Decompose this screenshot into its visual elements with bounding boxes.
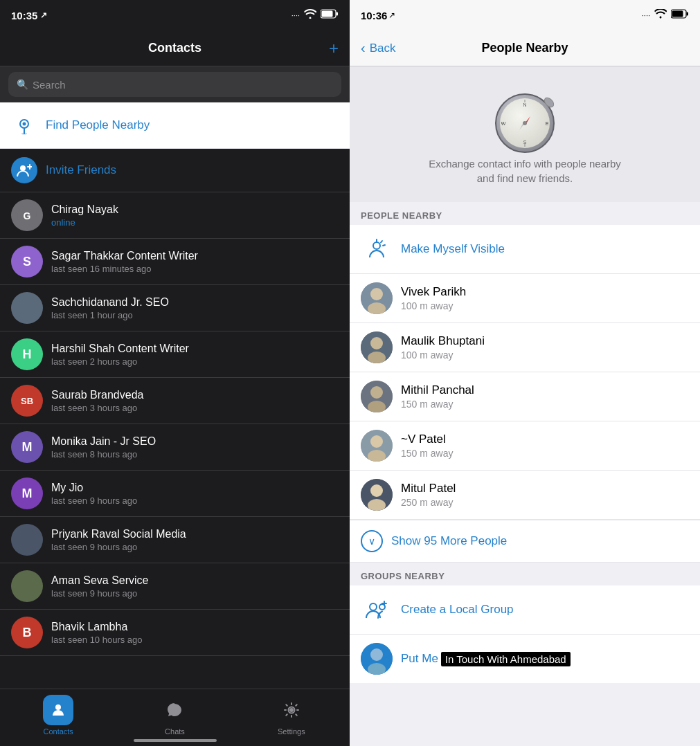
nearby-dist-vpatel: 150 m away bbox=[401, 448, 453, 459]
contact-row-monika[interactable]: M Monika Jain - Jr SEO last seen 8 hours… bbox=[0, 424, 350, 471]
contact-info-saurab: Saurab Brandveda last seen 3 hours ago bbox=[51, 389, 339, 413]
back-button[interactable]: ‹ Back bbox=[361, 40, 395, 56]
contact-row-bhavik[interactable]: B Bhavik Lambha last seen 10 hours ago bbox=[0, 610, 350, 656]
contact-status-chirag: online bbox=[51, 217, 339, 228]
right-wifi-icon bbox=[654, 9, 667, 21]
contact-name-saurab: Saurab Brandveda bbox=[51, 389, 339, 401]
contact-row-priyank[interactable]: Priyank Raval Social Media last seen 9 h… bbox=[0, 517, 350, 563]
make-visible-icon bbox=[361, 233, 393, 265]
create-group-icon bbox=[361, 594, 393, 626]
tab-contacts[interactable]: Contacts bbox=[0, 695, 116, 736]
avatar-aman bbox=[11, 570, 43, 602]
contact-status-monika: last seen 8 hours ago bbox=[51, 449, 339, 460]
left-nav-header: Contacts + bbox=[0, 30, 350, 66]
svg-rect-15 bbox=[687, 12, 689, 16]
nearby-row-maulik[interactable]: Maulik Bhuptani 100 m away bbox=[350, 323, 700, 372]
avatar-sachchidanand bbox=[11, 292, 43, 324]
make-visible-row[interactable]: Make Myself Visible bbox=[350, 225, 700, 274]
back-chevron-icon: ‹ bbox=[361, 40, 366, 56]
contact-row-saurab[interactable]: SB Saurab Brandveda last seen 3 hours ag… bbox=[0, 378, 350, 424]
avatar-priyank bbox=[11, 524, 43, 556]
avatar-saurab: SB bbox=[11, 385, 43, 417]
create-group-label: Create a Local Group bbox=[401, 603, 514, 617]
location-icon: ↗ bbox=[40, 10, 47, 20]
contact-name-bhavik: Bhavik Lambha bbox=[51, 621, 339, 633]
contact-row-aman[interactable]: Aman Seva Service last seen 9 hours ago bbox=[0, 563, 350, 610]
contact-name-chirag: Chirag Nayak bbox=[51, 203, 339, 216]
contact-row-sagar[interactable]: S Sagar Thakkar Content Writer last seen… bbox=[0, 239, 350, 285]
contact-status-sagar: last seen 16 minutes ago bbox=[51, 264, 339, 274]
svg-point-4 bbox=[23, 122, 26, 126]
avatar-vpatel bbox=[361, 430, 393, 462]
contact-info-monika: Monika Jain - Jr SEO last seen 8 hours a… bbox=[51, 435, 339, 460]
contact-info-aman: Aman Seva Service last seen 9 hours ago bbox=[51, 574, 339, 599]
tab-chats[interactable]: Chats bbox=[116, 695, 233, 736]
svg-text:G: G bbox=[24, 210, 31, 221]
contact-status-bhavik: last seen 10 hours ago bbox=[51, 635, 339, 645]
contact-info-sagar: Sagar Thakkar Content Writer last seen 1… bbox=[51, 250, 339, 274]
contact-info-priyank: Priyank Raval Social Media last seen 9 h… bbox=[51, 528, 339, 552]
avatar-sagar: S bbox=[11, 246, 43, 278]
invite-friends-row[interactable]: Invite Friends bbox=[0, 149, 350, 192]
nearby-row-mitul[interactable]: Mitul Patel 250 m away bbox=[350, 471, 700, 520]
nearby-row-vivek[interactable]: Vivek Parikh 100 m away bbox=[350, 274, 700, 323]
svg-point-48 bbox=[370, 484, 383, 497]
nearby-row-vpatel[interactable]: ~V Patel 150 m away bbox=[350, 421, 700, 471]
right-status-bar: 10:36 ↗ ···· bbox=[350, 0, 700, 30]
svg-point-12 bbox=[289, 708, 294, 712]
right-battery-icon bbox=[671, 9, 689, 21]
find-people-nearby-row[interactable]: Find People Nearby bbox=[0, 102, 350, 149]
avatar-chirag: G bbox=[11, 199, 43, 231]
add-contact-button[interactable]: + bbox=[329, 40, 339, 57]
contact-status-priyank: last seen 9 hours ago bbox=[51, 542, 339, 552]
make-visible-label: Make Myself Visible bbox=[401, 242, 505, 256]
svg-point-55 bbox=[370, 648, 383, 661]
tab-bar: Contacts Chats Settings bbox=[0, 689, 350, 746]
contact-row-harshil[interactable]: H Harshil Shah Content Writer last seen … bbox=[0, 331, 350, 378]
avatar-monika: M bbox=[11, 431, 43, 463]
show-more-row[interactable]: ∨ Show 95 More People bbox=[350, 520, 700, 563]
search-bar-container: 🔍 Search bbox=[0, 66, 350, 102]
contacts-list: G Chirag Nayak online S Sagar Thakkar Co… bbox=[0, 192, 350, 746]
svg-point-5 bbox=[21, 133, 27, 135]
contact-name-myjio: My Jio bbox=[51, 482, 339, 494]
svg-text:S: S bbox=[523, 140, 527, 145]
contact-info-bhavik: Bhavik Lambha last seen 10 hours ago bbox=[51, 621, 339, 645]
nearby-info-mithil: Mithil Panchal 150 m away bbox=[401, 383, 474, 410]
nearby-row-mithil[interactable]: Mithil Panchal 150 m away bbox=[350, 372, 700, 421]
search-input-wrap[interactable]: 🔍 Search bbox=[8, 72, 341, 97]
svg-point-6 bbox=[20, 165, 26, 171]
contact-row-sachchidanand[interactable]: Sachchidanand Jr. SEO last seen 1 hour a… bbox=[0, 285, 350, 331]
svg-point-36 bbox=[370, 288, 383, 300]
nearby-info-vivek: Vivek Parikh 100 m away bbox=[401, 285, 466, 311]
put-in-touch-label-wrap: Put Me In Touch With Ahmedabad bbox=[401, 652, 689, 666]
create-local-group-row[interactable]: Create a Local Group bbox=[350, 585, 700, 635]
left-status-icons: ···· bbox=[291, 9, 339, 21]
hero-section: N S E W Exchange contact info with peopl… bbox=[350, 66, 700, 202]
contact-info-myjio: My Jio last seen 9 hours ago bbox=[51, 482, 339, 506]
tab-settings[interactable]: Settings bbox=[233, 695, 350, 736]
svg-text:N: N bbox=[523, 102, 526, 107]
contacts-tab-label: Contacts bbox=[43, 727, 73, 736]
svg-rect-1 bbox=[336, 12, 339, 16]
contact-status-saurab: last seen 3 hours ago bbox=[51, 403, 339, 413]
settings-tab-label: Settings bbox=[278, 727, 305, 736]
right-panel: 10:36 ↗ ···· ‹ Back People Nearby bbox=[350, 0, 700, 746]
avatar-vivek bbox=[361, 282, 393, 314]
show-more-label: Show 95 More People bbox=[391, 534, 507, 548]
left-status-bar: 10:35 ↗ ···· bbox=[0, 0, 350, 30]
contacts-tab-icon bbox=[43, 695, 73, 725]
left-status-time: 10:35 ↗ bbox=[11, 10, 47, 21]
contact-row-myjio[interactable]: M My Jio last seen 9 hours ago bbox=[0, 471, 350, 517]
svg-rect-2 bbox=[322, 11, 333, 17]
avatar-bhavik: B bbox=[11, 617, 43, 648]
contact-info-harshil: Harshil Shah Content Writer last seen 2 … bbox=[51, 343, 339, 367]
contact-row-chirag[interactable]: G Chirag Nayak online bbox=[0, 192, 350, 239]
right-signal-dots-icon: ···· bbox=[642, 11, 650, 19]
chats-tab-icon bbox=[159, 695, 190, 725]
contact-name-sachchidanand: Sachchidanand Jr. SEO bbox=[51, 296, 339, 309]
svg-point-45 bbox=[370, 435, 383, 448]
put-in-touch-row[interactable]: Put Me In Touch With Ahmedabad bbox=[350, 635, 700, 683]
put-in-touch-censored: In Touch With Ahmedabad bbox=[441, 652, 571, 666]
contact-info-chirag: Chirag Nayak online bbox=[51, 203, 339, 228]
